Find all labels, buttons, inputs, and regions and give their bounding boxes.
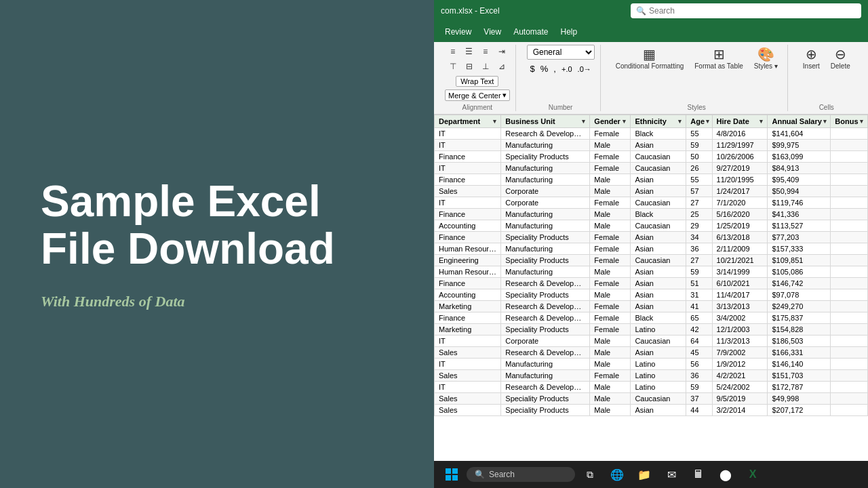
cell-department[interactable]: Finance	[435, 174, 501, 186]
cell-age[interactable]: 64	[686, 336, 712, 347]
cell-ethnicity[interactable]: Caucasian	[631, 163, 686, 174]
cell-gender[interactable]: Male	[590, 140, 631, 151]
cell-unit[interactable]: Research & Development	[501, 128, 590, 140]
cell-gender[interactable]: Male	[590, 174, 631, 186]
windows-btn[interactable]	[439, 462, 464, 487]
cell-salary[interactable]: $166,331	[768, 347, 831, 359]
cell-unit[interactable]: Speciality Products	[501, 151, 590, 163]
table-row[interactable]: Human ResourcesManufacturingMaleAsian593…	[435, 266, 868, 278]
cell-age[interactable]: 57	[686, 186, 712, 197]
cell-age[interactable]: 31	[686, 289, 712, 301]
cell-salary[interactable]: $105,086	[768, 266, 831, 278]
cell-department[interactable]: IT	[435, 128, 501, 140]
cell-department[interactable]: IT	[435, 359, 501, 370]
cell-bonus[interactable]	[831, 174, 868, 186]
cell-salary[interactable]: $95,409	[768, 174, 831, 186]
cell-age[interactable]: 27	[686, 197, 712, 209]
excel-taskbar-btn[interactable]: X	[741, 462, 765, 487]
cell-unit[interactable]: Speciality Products	[501, 393, 590, 405]
cell-gender[interactable]: Female	[590, 278, 631, 289]
cell-unit[interactable]: Research & Development	[501, 382, 590, 393]
cell-bonus[interactable]	[831, 301, 868, 312]
cell-department[interactable]: IT	[435, 140, 501, 151]
cell-hire_date[interactable]: 11/20/1995	[712, 174, 768, 186]
cell-unit[interactable]: Manufacturing	[501, 359, 590, 370]
cell-ethnicity[interactable]: Asian	[631, 301, 686, 312]
cell-gender[interactable]: Female	[590, 370, 631, 382]
col-header-gender[interactable]: Gender ▾	[590, 115, 631, 128]
cell-hire_date[interactable]: 11/29/1997	[712, 140, 768, 151]
filter-icon-bonus[interactable]: ▾	[860, 118, 863, 125]
cell-salary[interactable]: $175,837	[768, 312, 831, 324]
cell-gender[interactable]: Male	[590, 382, 631, 393]
indent-btn[interactable]: ⇥	[494, 45, 509, 58]
cell-styles-btn[interactable]: 🎨 Styles ▾	[750, 45, 782, 72]
cell-gender[interactable]: Male	[590, 336, 631, 347]
cell-hire_date[interactable]: 3/14/1999	[712, 266, 768, 278]
cell-unit[interactable]: Corporate	[501, 186, 590, 197]
cell-ethnicity[interactable]: Asian	[631, 266, 686, 278]
cell-bonus[interactable]	[831, 255, 868, 266]
cell-unit[interactable]: Manufacturing	[501, 163, 590, 174]
cell-age[interactable]: 50	[686, 151, 712, 163]
cell-bonus[interactable]	[831, 312, 868, 324]
cell-bonus[interactable]	[831, 220, 868, 232]
cell-unit[interactable]: Manufacturing	[501, 266, 590, 278]
cell-bonus[interactable]	[831, 163, 868, 174]
cell-unit[interactable]: Speciality Products	[501, 405, 590, 416]
cell-hire_date[interactable]: 1/9/2012	[712, 359, 768, 370]
cell-gender[interactable]: Male	[590, 186, 631, 197]
cell-age[interactable]: 55	[686, 128, 712, 140]
table-row[interactable]: SalesManufacturingFemaleLatino364/2/2021…	[435, 370, 868, 382]
cell-unit[interactable]: Speciality Products	[501, 289, 590, 301]
cell-gender[interactable]: Female	[590, 312, 631, 324]
filter-icon-gender[interactable]: ▾	[623, 118, 626, 125]
cell-hire_date[interactable]: 10/21/2021	[712, 255, 768, 266]
cell-ethnicity[interactable]: Latino	[631, 370, 686, 382]
merge-center-btn[interactable]: Merge & Center ▾	[445, 89, 510, 101]
increase-decimal-btn[interactable]: +.0	[560, 64, 574, 75]
align-mid-btn[interactable]: ⊟	[462, 60, 477, 73]
cell-ethnicity[interactable]: Caucasian	[631, 151, 686, 163]
cell-bonus[interactable]	[831, 324, 868, 336]
cell-bonus[interactable]	[831, 186, 868, 197]
cell-age[interactable]: 44	[686, 405, 712, 416]
table-row[interactable]: AccountingManufacturingMaleCaucasian291/…	[435, 220, 868, 232]
cell-salary[interactable]: $141,604	[768, 128, 831, 140]
delete-btn[interactable]: ⊖ Delete	[827, 45, 854, 71]
cell-bonus[interactable]	[831, 336, 868, 347]
cell-salary[interactable]: $157,333	[768, 243, 831, 255]
col-header-salary[interactable]: Annual Salary ▾	[768, 115, 831, 128]
calculator-btn[interactable]: 🖩	[686, 462, 711, 487]
cell-department[interactable]: Finance	[435, 232, 501, 243]
table-row[interactable]: FinanceManufacturingMaleAsian5511/20/199…	[435, 174, 868, 186]
comma-btn[interactable]: ,	[552, 62, 557, 75]
table-row[interactable]: SalesCorporateMaleAsian571/24/2017$50,99…	[435, 186, 868, 197]
cell-ethnicity[interactable]: Asian	[631, 186, 686, 197]
cell-age[interactable]: 36	[686, 243, 712, 255]
cell-department[interactable]: Sales	[435, 393, 501, 405]
cell-ethnicity[interactable]: Black	[631, 128, 686, 140]
cell-ethnicity[interactable]: Caucasian	[631, 255, 686, 266]
filter-icon-unit[interactable]: ▾	[582, 118, 585, 125]
filter-icon-salary[interactable]: ▾	[823, 118, 827, 125]
cell-age[interactable]: 29	[686, 220, 712, 232]
table-row[interactable]: FinanceSpeciality ProductsFemaleAsian346…	[435, 232, 868, 243]
cell-gender[interactable]: Male	[590, 209, 631, 220]
cell-hire_date[interactable]: 4/2/2021	[712, 370, 768, 382]
cell-ethnicity[interactable]: Caucasian	[631, 197, 686, 209]
filter-icon-age[interactable]: ▾	[706, 118, 709, 125]
cell-bonus[interactable]	[831, 128, 868, 140]
cell-department[interactable]: Sales	[435, 405, 501, 416]
cell-department[interactable]: Finance	[435, 151, 501, 163]
col-header-age[interactable]: Age ▾	[686, 115, 712, 128]
cell-age[interactable]: 55	[686, 174, 712, 186]
edge-btn[interactable]: 🌐	[605, 462, 629, 487]
cell-department[interactable]: IT	[435, 163, 501, 174]
cell-salary[interactable]: $146,140	[768, 359, 831, 370]
cell-ethnicity[interactable]: Caucasian	[631, 336, 686, 347]
cell-ethnicity[interactable]: Asian	[631, 347, 686, 359]
percent-btn[interactable]: %	[539, 62, 550, 75]
cell-gender[interactable]: Male	[590, 405, 631, 416]
cell-ethnicity[interactable]: Asian	[631, 243, 686, 255]
